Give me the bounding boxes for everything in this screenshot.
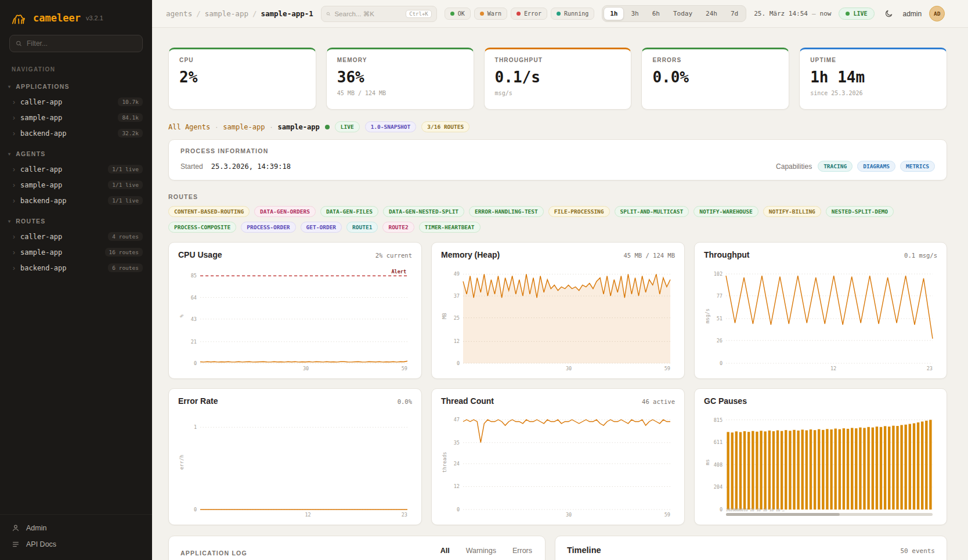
range-6h[interactable]: 6h xyxy=(646,7,666,20)
section-label: APPLICATIONS xyxy=(16,83,70,90)
section-label: AGENTS xyxy=(16,150,45,157)
route-badge-error-handling-test[interactable]: ERROR-HANDLING-TEST xyxy=(469,206,544,217)
route-badge-process-composite[interactable]: PROCESS-COMPOSITE xyxy=(168,222,236,233)
app-name: cameleer xyxy=(33,12,81,24)
chart-header: Thread Count46 active xyxy=(441,396,675,406)
route-badge-file-processing[interactable]: FILE-PROCESSING xyxy=(548,206,610,217)
breadcrumb-separator: / xyxy=(196,9,201,18)
routes-title: ROUTES xyxy=(168,193,947,200)
svg-text:26: 26 xyxy=(717,338,723,344)
footer-label: Admin xyxy=(26,524,46,532)
route-badge-data-gen-nested-split[interactable]: DATA-GEN-NESTED-SPLIT xyxy=(383,206,464,217)
application-log-card: APPLICATION LOG AllWarningsErrors xyxy=(168,536,546,560)
log-tab-all[interactable]: All xyxy=(439,544,451,560)
content-column: agents / sample-app / sample-app-1 Ctrl+… xyxy=(152,0,968,560)
filter-input[interactable] xyxy=(27,39,136,48)
chevron-right-icon: › xyxy=(13,99,15,106)
svg-text:59: 59 xyxy=(402,366,407,371)
chart-current-value-cpu: 2% current xyxy=(375,252,412,259)
section-header-agents[interactable]: ▾AGENTS xyxy=(0,141,152,161)
legend-running[interactable]: Running xyxy=(551,8,594,20)
range-24h[interactable]: 24h xyxy=(699,7,724,20)
legend-ok[interactable]: OK xyxy=(445,8,471,20)
sidebar-item-agents-backend-app[interactable]: ›backend-app1/1 live xyxy=(0,193,152,208)
route-badge-nested-split-demo[interactable]: NESTED-SPLIT-DEMO xyxy=(826,206,894,217)
chart-card-throughput: Throughput0.1 msg/s0265177102msg/s1223 xyxy=(694,242,947,379)
section-header-applications[interactable]: ▾APPLICATIONS xyxy=(0,74,152,94)
route-badge-route2[interactable]: ROUTE2 xyxy=(382,222,414,233)
search-input[interactable] xyxy=(334,10,402,17)
svg-text:51: 51 xyxy=(717,316,723,321)
sidebar-item-agents-caller-app[interactable]: ›caller-app1/1 live xyxy=(0,161,152,177)
svg-text:1: 1 xyxy=(194,424,197,430)
started-value: 25.3.2026, 14:39:18 xyxy=(211,162,291,171)
nav-item-badge: 16 routes xyxy=(105,248,143,256)
agent-crumb-0[interactable]: All Agents xyxy=(168,123,210,131)
sidebar-item-applications-sample-app[interactable]: ›sample-app84.1k xyxy=(0,110,152,125)
metric-card-cpu: CPU2% xyxy=(168,48,316,110)
breadcrumb-app[interactable]: sample-app xyxy=(205,9,248,18)
route-badge-get-order[interactable]: GET-ORDER xyxy=(301,222,342,233)
sidebar-footer-admin[interactable]: Admin xyxy=(12,524,140,532)
range-today[interactable]: Today xyxy=(667,7,699,20)
svg-text:12: 12 xyxy=(305,512,310,518)
chart-title-error-rate: Error Rate xyxy=(178,396,218,406)
log-tab-warnings[interactable]: Warnings xyxy=(465,544,497,560)
search-box[interactable]: Ctrl+K xyxy=(321,6,437,22)
metric-card-uptime: UPTIME1h 14msince 25.3.2026 xyxy=(799,48,947,110)
sidebar-item-agents-sample-app[interactable]: ›sample-app1/1 live xyxy=(0,177,152,193)
route-badge-notify-billing[interactable]: NOTIFY-BILLING xyxy=(763,206,821,217)
range-7d[interactable]: 7d xyxy=(724,7,745,20)
log-tab-errors[interactable]: Errors xyxy=(511,544,533,560)
range-3h[interactable]: 3h xyxy=(624,7,645,20)
section-caret-icon: ▾ xyxy=(8,219,11,224)
chevron-right-icon: › xyxy=(13,233,15,240)
legend-error[interactable]: Error xyxy=(511,8,547,20)
svg-text:0: 0 xyxy=(194,507,197,512)
sidebar-item-routes-backend-app[interactable]: ›backend-app6 routes xyxy=(0,260,152,276)
route-badge-data-gen-orders[interactable]: DATA-GEN-ORDERS xyxy=(254,206,316,217)
section-header-routes[interactable]: ▾ROUTES xyxy=(0,208,152,229)
sidebar-item-applications-backend-app[interactable]: ›backend-app32.2k xyxy=(0,125,152,141)
route-badge-timer-heartbeat[interactable]: TIMER-HEARTBEAT xyxy=(419,222,481,233)
route-badge-content-based-routing[interactable]: CONTENT-BASED-ROUTING xyxy=(168,206,250,217)
svg-text:611: 611 xyxy=(714,439,723,445)
sidebar-item-applications-caller-app[interactable]: ›caller-app10.7k xyxy=(0,94,152,110)
agent-badge-live: LIVE xyxy=(335,121,360,132)
application-log-title: APPLICATION LOG xyxy=(180,550,247,557)
route-badge-notify-warehouse[interactable]: NOTIFY-WAREHOUSE xyxy=(694,206,758,217)
sidebar-footer-api-docs[interactable]: API Docs xyxy=(12,540,140,548)
admin-icon xyxy=(12,524,20,532)
avatar[interactable]: AD xyxy=(929,6,945,21)
sidebar-item-routes-caller-app[interactable]: ›caller-app4 routes xyxy=(0,229,152,244)
agent-crumb-1[interactable]: sample-app xyxy=(223,123,265,131)
metric-value: 1h 14m xyxy=(810,68,936,86)
chart-gc-pauses-canvas: 0204408611815ms2020080818 18 18 18 18 18… xyxy=(704,409,937,518)
live-indicator[interactable]: LIVE xyxy=(839,8,874,20)
svg-text:23: 23 xyxy=(927,366,933,371)
nav-item-name: sample-app xyxy=(20,181,103,189)
gc-scrollbar-thumb[interactable] xyxy=(726,513,840,516)
breadcrumb-agents[interactable]: agents xyxy=(166,9,192,18)
metric-label: UPTIME xyxy=(810,57,936,63)
svg-text:77: 77 xyxy=(717,293,723,299)
chart-card-memory: Memory (Heap)45 MB / 124 MB012253749MB30… xyxy=(431,242,685,379)
process-info-row: Started 25.3.2026, 14:39:18 Capabilities… xyxy=(180,161,935,172)
application-log-header: APPLICATION LOG AllWarningsErrors xyxy=(180,544,533,560)
route-badge-split-and-multicast[interactable]: SPLIT-AND-MULTICAST xyxy=(615,206,689,217)
datetime-display[interactable]: 25. März 14:54 — now xyxy=(754,10,831,17)
route-badge-data-gen-files[interactable]: DATA-GEN-FILES xyxy=(320,206,378,217)
agent-live-dot-icon xyxy=(325,125,330,129)
nav-item-badge: 1/1 live xyxy=(108,165,143,174)
app-logo[interactable]: cameleer v3.2.1 xyxy=(0,0,152,34)
route-badge-process-order[interactable]: PROCESS-ORDER xyxy=(241,222,295,233)
legend-label: Warn xyxy=(487,10,501,17)
theme-toggle-button[interactable] xyxy=(882,7,895,20)
metric-sub: 45 MB / 124 MB xyxy=(337,90,463,96)
sidebar-item-routes-sample-app[interactable]: ›sample-app16 routes xyxy=(0,244,152,260)
sidebar: cameleer v3.2.1 NAVIGATION ▾APPLICATIONS… xyxy=(0,0,152,560)
route-badge-route1[interactable]: ROUTE1 xyxy=(346,222,378,233)
legend-warn[interactable]: Warn xyxy=(474,8,507,20)
svg-text:43: 43 xyxy=(191,316,197,322)
range-1h[interactable]: 1h xyxy=(604,7,624,20)
